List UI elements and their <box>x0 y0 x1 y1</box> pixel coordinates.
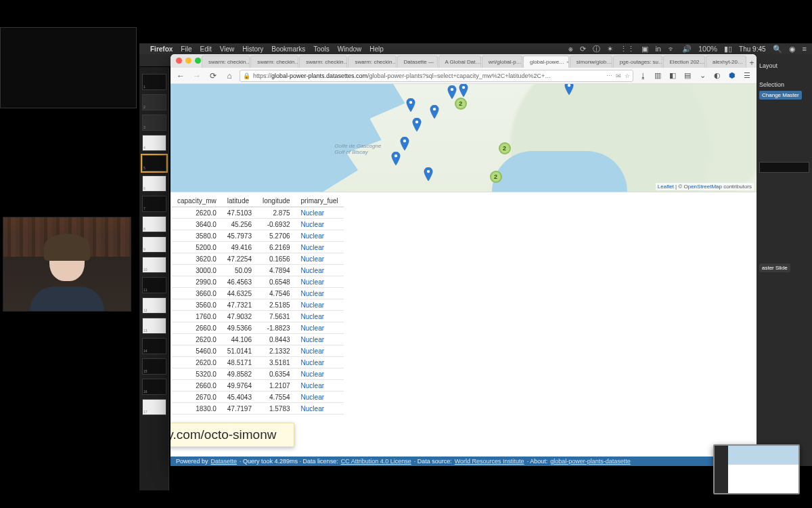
menubar-item[interactable]: Bookmarks <box>271 45 305 53</box>
menubar-app[interactable]: Firefox <box>150 45 173 53</box>
fuel-link[interactable]: Nuclear <box>301 301 324 309</box>
fuel-link[interactable]: Nuclear <box>301 278 324 286</box>
menubar-clock[interactable]: Thu 9:45 <box>739 45 765 53</box>
column-header[interactable]: latitude <box>222 195 257 207</box>
slide-thumb[interactable]: 8 <box>142 216 166 232</box>
slide-thumb[interactable]: 10 <box>142 257 166 273</box>
slide-thumb[interactable]: 3 <box>142 114 166 131</box>
column-header[interactable]: capacity_mw <box>172 195 222 207</box>
fuel-link[interactable]: Nuclear <box>301 255 324 263</box>
map-pin-icon[interactable] <box>564 84 574 91</box>
fuel-link[interactable]: Nuclear <box>301 371 324 378</box>
volume-icon[interactable]: 🔊 <box>682 45 692 54</box>
notifications-icon[interactable]: ≡ <box>803 45 807 53</box>
browser-tab[interactable]: swarm: checkin… <box>348 56 396 68</box>
map-pin-icon[interactable] <box>424 167 433 177</box>
map-pin-icon[interactable] <box>430 105 439 114</box>
home-button[interactable]: ⌂ <box>223 70 235 82</box>
close-button[interactable] <box>176 58 182 64</box>
osm-link[interactable]: OpenStreetMap <box>683 184 721 190</box>
browser-tab[interactable]: wri/global-p… <box>482 56 522 68</box>
library-icon[interactable]: ▥ <box>652 70 663 81</box>
sync-icon[interactable]: ⟳ <box>580 45 586 54</box>
menubar-item[interactable]: File <box>181 45 191 53</box>
fuel-link[interactable]: Nuclear <box>301 405 324 412</box>
fuel-link[interactable]: Nuclear <box>301 209 324 217</box>
slide-thumb[interactable]: 15 <box>142 358 166 375</box>
fuel-link[interactable]: Nuclear <box>301 290 324 297</box>
preview-pip[interactable] <box>713 444 800 494</box>
slide-thumb[interactable]: 13 <box>142 318 166 334</box>
fuel-link[interactable]: Nuclear <box>301 336 324 343</box>
slide-thumb[interactable]: 11 <box>142 277 166 293</box>
siri-icon[interactable]: ◉ <box>789 45 796 54</box>
reload-button[interactable]: ⟳ <box>207 70 219 82</box>
slide-thumb[interactable]: 7 <box>142 196 166 212</box>
browser-tab[interactable]: swarm: checkin… <box>299 56 347 68</box>
slide-thumb[interactable]: 16 <box>142 379 166 395</box>
map-view[interactable]: Golfe de Gascogne Golf of Biscay 222 Lea… <box>171 84 757 192</box>
fuel-link[interactable]: Nuclear <box>301 232 324 240</box>
slide-thumb[interactable]: 2 <box>142 94 166 110</box>
browser-tab[interactable]: Election 202… <box>663 56 706 68</box>
fuel-link[interactable]: Nuclear <box>301 244 324 251</box>
map-cluster[interactable]: 2 <box>499 142 511 154</box>
slide-thumb[interactable]: 9 <box>142 236 166 253</box>
menu-icon[interactable]: ☰ <box>742 70 752 81</box>
menubar-item[interactable]: View <box>220 45 235 53</box>
dropbox-icon[interactable]: ⎈ <box>568 45 573 53</box>
fuel-link[interactable]: Nuclear <box>301 347 324 355</box>
source-link[interactable]: World Resources Institute <box>455 458 524 465</box>
onepassword-icon[interactable]: ⬢ <box>727 70 738 81</box>
slide-thumbnails[interactable]: 1 2 3 4 5 6 7 8 9 10 11 12 13 14 15 16 1… <box>139 67 169 490</box>
slide-thumb[interactable]: 6 <box>142 175 166 192</box>
address-bar[interactable]: 🔒 https://global-power-plants.datasettes… <box>240 70 633 82</box>
column-header[interactable]: longitude <box>257 195 296 207</box>
map-pin-icon[interactable] <box>447 85 457 95</box>
change-master-button[interactable]: Change Master <box>759 91 802 100</box>
new-tab-button[interactable]: + <box>747 58 757 68</box>
wifi-icon[interactable]: ᯤ <box>668 45 675 53</box>
forward-button[interactable]: → <box>191 70 203 82</box>
map-cluster[interactable]: 2 <box>455 98 467 110</box>
info-icon[interactable]: ⓘ <box>593 44 600 54</box>
slide-thumb[interactable]: 5 <box>142 155 166 171</box>
column-header[interactable]: primary_fuel <box>296 195 344 207</box>
map-pin-icon[interactable] <box>406 98 415 108</box>
datasette-link[interactable]: Datasette <box>211 458 238 465</box>
map-cluster[interactable]: 2 <box>490 171 502 183</box>
about-link[interactable]: global-power-plants-datasette <box>550 458 631 465</box>
grid-icon[interactable]: ⋮⋮ <box>620 45 635 54</box>
display-icon[interactable]: ▣ <box>641 45 648 54</box>
menubar-item[interactable]: Edit <box>200 45 211 53</box>
downloads-icon[interactable]: ⭳ <box>637 70 648 81</box>
pocket-icon[interactable]: ⌄ <box>697 70 708 81</box>
menubar-item[interactable]: History <box>242 45 263 53</box>
browser-tab[interactable]: swarm: checkin… <box>202 56 250 68</box>
browser-tab[interactable]: A Global Dat… <box>438 56 481 68</box>
browser-tab[interactable]: swarm: checkin… <box>250 56 298 68</box>
browser-tab[interactable]: alexhyt-20… <box>706 56 746 68</box>
browser-tab[interactable]: simonw/glob… <box>570 56 612 68</box>
map-pin-icon[interactable] <box>400 137 409 146</box>
slide-thumb[interactable]: 1 <box>142 74 166 90</box>
zoom-button[interactable] <box>195 58 201 64</box>
extension-icon[interactable]: ✶ <box>607 45 613 54</box>
spotlight-icon[interactable]: 🔍 <box>773 45 782 54</box>
leaflet-link[interactable]: Leaflet <box>658 184 674 190</box>
fuel-link[interactable]: Nuclear <box>301 313 324 320</box>
slide-thumb[interactable]: 17 <box>142 399 166 415</box>
fuel-link[interactable]: Nuclear <box>301 382 324 389</box>
fuel-link[interactable]: Nuclear <box>301 394 324 401</box>
tab-close-icon[interactable]: × <box>566 59 569 65</box>
sidebar-icon[interactable]: ◧ <box>667 70 678 81</box>
map-pin-icon[interactable] <box>459 84 468 93</box>
account-icon[interactable]: ◐ <box>712 70 723 81</box>
menubar-item[interactable]: Tools <box>313 45 329 53</box>
slide-thumb[interactable]: 4 <box>142 135 166 151</box>
menubar-item[interactable]: Help <box>369 45 384 53</box>
master-slide-button[interactable]: aster Slide <box>759 263 790 272</box>
fuel-link[interactable]: Nuclear <box>301 267 324 274</box>
reader-icon[interactable]: ▤ <box>682 70 693 81</box>
browser-tab[interactable]: pge-outages: su… <box>613 56 662 68</box>
